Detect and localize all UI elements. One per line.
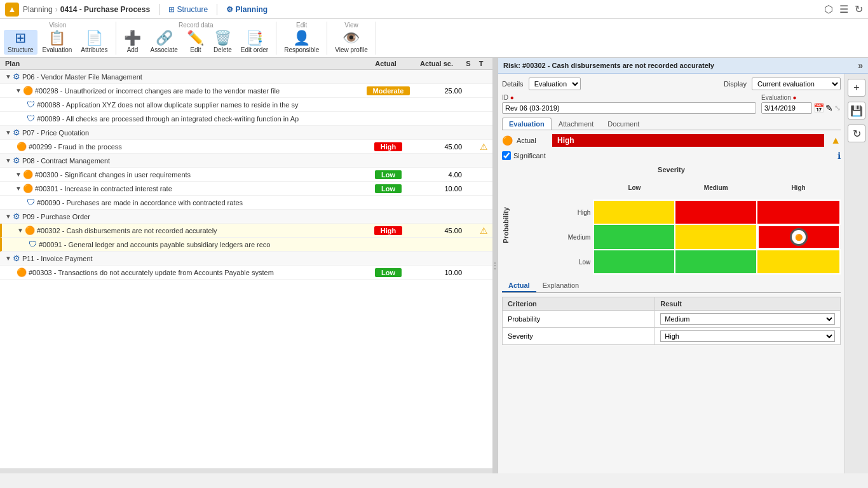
expand-00302[interactable]: ▼: [17, 227, 24, 234]
col-t-header: T: [475, 60, 487, 67]
refresh-action-btn[interactable]: ↻: [848, 125, 865, 142]
user-icon[interactable]: ⬡: [824, 3, 833, 15]
display-dropdown[interactable]: Current evaluation: [752, 78, 841, 90]
save-action-btn[interactable]: 💾: [848, 102, 865, 119]
tree-row-00301[interactable]: ▼ 🟠 #00301 - Increase in contracted inte…: [0, 182, 492, 196]
toolbar-responsible-btn[interactable]: 👤 Responsible: [280, 30, 323, 55]
nav-structure[interactable]: ⊞ Structure: [168, 5, 208, 14]
p09-label: P09 - Purchase Order: [22, 213, 363, 220]
expand-00300[interactable]: ▼: [15, 171, 22, 178]
edit-date-icon[interactable]: ✎: [825, 103, 833, 113]
info-icon[interactable]: ℹ: [837, 151, 841, 161]
toolbar-attributes-btn[interactable]: 📄 Attributes: [77, 30, 111, 55]
expand-p09[interactable]: ▼: [5, 213, 11, 220]
toolbar-delete-btn[interactable]: 🗑️ Delete: [210, 30, 236, 55]
tab-document[interactable]: Document: [600, 118, 646, 130]
tree-row-00298[interactable]: ▼ 🟠 #00298 - Unauthorized or incorrect c…: [0, 84, 492, 98]
result-col-header: Result: [655, 297, 841, 311]
tab-attachment[interactable]: Attachment: [552, 118, 601, 130]
severity-select[interactable]: Low Medium High: [660, 330, 835, 342]
left-panel-header: Plan Actual Actual sc. S T: [0, 58, 492, 70]
result-probability: Low Medium High: [655, 311, 841, 328]
tree-row-00090[interactable]: 🛡 #00090 - Purchases are made in accorda…: [0, 196, 492, 210]
significant-checkbox[interactable]: [502, 151, 511, 160]
expand-p08[interactable]: ▼: [5, 157, 11, 164]
tree-row-p07[interactable]: ▼ ⚙ P07 - Price Quotation: [0, 126, 492, 140]
criterion-probability: Probability: [503, 311, 655, 328]
tree-row-p08[interactable]: ▼ ⚙ P08 - Contract Management: [0, 154, 492, 168]
p11-label: P11 - Invoice Payment: [22, 255, 363, 262]
toolbar-view-profile-btn[interactable]: 👁️ View profile: [331, 30, 372, 55]
tree-row-p11[interactable]: ▼ ⚙ P11 - Invoice Payment: [0, 252, 492, 266]
nav-planning[interactable]: ⚙ Planning: [226, 5, 268, 14]
r00302-actual: High: [363, 226, 414, 235]
badge-00300: Low: [375, 170, 402, 179]
tree-row-00299[interactable]: 🟠 #00299 - Fraud in the process High 45.…: [0, 140, 492, 154]
toolbar-edit-order-btn[interactable]: 📑 Edit order: [237, 30, 272, 55]
associate-label: Associate: [151, 46, 178, 53]
risk-00303-icon: 🟠: [17, 268, 27, 277]
r00300-actual-sc: 4.00: [414, 171, 465, 179]
horizontal-scrollbar[interactable]: [0, 468, 492, 473]
right-panel: Risk: #00302 - Cash disbursements are no…: [498, 58, 868, 473]
tree-scroll: ▼ ⚙ P06 - Vendor Master File Management …: [0, 70, 492, 468]
p07-icon: ⚙: [13, 128, 20, 137]
bottom-tab-actual[interactable]: Actual: [502, 280, 536, 292]
expand-p06[interactable]: ▼: [5, 73, 11, 80]
expand-p11[interactable]: ▼: [5, 255, 11, 262]
panel-splitter[interactable]: [492, 58, 498, 473]
breadcrumb-title: 0414 - Purchase Process: [60, 5, 150, 14]
tree-row-p06[interactable]: ▼ ⚙ P06 - Vendor Master File Management: [0, 70, 492, 84]
calendar-icon[interactable]: 📅: [813, 103, 824, 113]
tree-row-00302[interactable]: ▼ 🟠 #00302 - Cash disbursements are not …: [0, 224, 492, 238]
details-dropdown[interactable]: Evaluation: [529, 78, 581, 90]
tree-row-00303[interactable]: 🟠 #00303 - Transactions do not accuratel…: [0, 266, 492, 280]
ctrl-00088-icon: 🛡: [27, 100, 35, 109]
eval-group: Evaluation ● 📅 ✎ ⤡: [761, 94, 841, 114]
toolbar-associate-btn[interactable]: 🔗 Associate: [147, 30, 182, 55]
tree-row-00091[interactable]: 🛡 #00091 - General ledger and accounts p…: [0, 238, 492, 252]
refresh-icon[interactable]: ↻: [855, 3, 863, 15]
r00302-actual-sc: 45.00: [414, 227, 465, 234]
badge-00302: High: [374, 226, 402, 235]
p06-label: P06 - Vendor Master File Management: [22, 73, 363, 81]
risk-00298-label: #00298 - Unauthorized or incorrect chang…: [35, 87, 363, 95]
menu-icon[interactable]: ☰: [839, 3, 848, 15]
right-panel-content: Details Evaluation Display Current evalu…: [498, 74, 868, 473]
risk-matrix: Low Medium High High Medi: [512, 176, 841, 274]
bottom-tab-explanation[interactable]: Explanation: [536, 280, 586, 292]
expand-00301[interactable]: ▼: [15, 185, 22, 192]
r00299-actual-sc: 45.00: [414, 143, 465, 151]
tree-row-00300[interactable]: ▼ 🟠 #00300 - Significant changes in user…: [0, 168, 492, 182]
tree-row-00089[interactable]: 🛡 #00089 - All checks are processed thro…: [0, 112, 492, 126]
id-input[interactable]: [502, 102, 756, 114]
left-panel: Plan Actual Actual sc. S T ▼ ⚙ P06 - Ven…: [0, 58, 492, 473]
add-action-btn[interactable]: +: [848, 79, 865, 97]
toolbar-add-btn[interactable]: ➕ Add: [120, 30, 146, 55]
expand-p07[interactable]: ▼: [5, 129, 11, 136]
tree-row-p09[interactable]: ▼ ⚙ P09 - Purchase Order: [0, 210, 492, 224]
criteria-table: Criterion Result Probability Low Medium: [502, 297, 841, 345]
associate-icon: 🔗: [156, 31, 173, 45]
breadcrumb-planning[interactable]: Planning: [23, 5, 53, 14]
edit-order-icon: 📑: [246, 31, 263, 45]
expand-00298[interactable]: ▼: [15, 87, 22, 94]
toolbar-evaluation-btn[interactable]: 📋 Evaluation: [39, 30, 76, 55]
toolbar-edit-btn[interactable]: ✏️ Edit: [183, 30, 208, 55]
r00299-t: ⚠: [477, 142, 490, 152]
ctrl-00091-icon: 🛡: [29, 240, 37, 249]
divider2: [217, 4, 217, 15]
cell-low-medium: [675, 250, 757, 274]
toolbar-group-view-label: View: [344, 22, 358, 29]
tab-evaluation[interactable]: Evaluation: [502, 118, 552, 130]
r00303-actual: Low: [363, 268, 414, 277]
ctrl-00088-label: #00088 - Application XYZ does not allow …: [37, 101, 363, 109]
tree-row-00088[interactable]: 🛡 #00088 - Application XYZ does not allo…: [0, 98, 492, 112]
expand-right-panel-btn[interactable]: »: [858, 60, 863, 71]
risk-00299-icon: 🟠: [17, 142, 27, 151]
p06-icon: ⚙: [13, 72, 20, 81]
eval-date-input[interactable]: [761, 102, 812, 114]
probability-select[interactable]: Low Medium High: [660, 313, 835, 325]
toolbar-structure-btn[interactable]: ⊞ Structure: [4, 30, 37, 55]
criteria-row-severity: Severity Low Medium High: [503, 328, 841, 345]
